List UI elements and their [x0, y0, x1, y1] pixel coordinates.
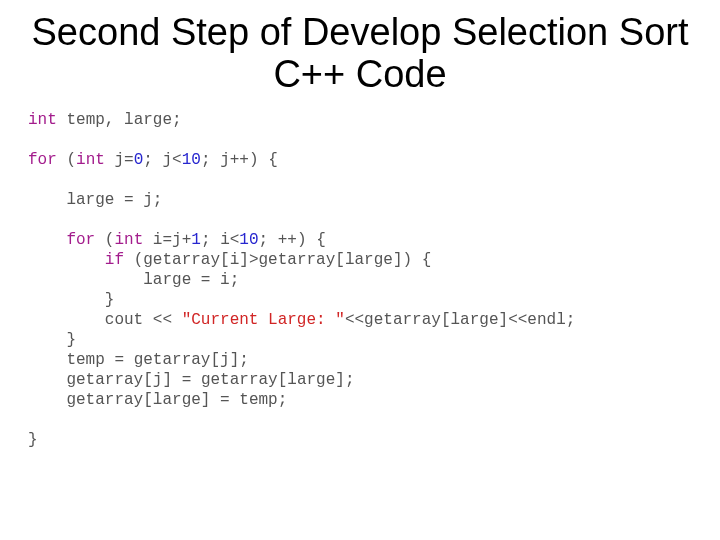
plusplus: ++	[230, 151, 249, 169]
lbracket: [	[278, 371, 288, 389]
ident-large: large	[153, 391, 201, 409]
eq: =	[162, 231, 172, 249]
kw-for: for	[66, 231, 95, 249]
kw-for: for	[28, 151, 57, 169]
lbracket: [	[143, 391, 153, 409]
lbracket: [	[441, 311, 451, 329]
ident-j: j	[153, 371, 163, 389]
line-3: for (int j=0; j<10; j++) {	[28, 151, 278, 169]
plus: +	[182, 231, 192, 249]
insert: <<	[345, 311, 364, 329]
lbracket: [	[220, 251, 230, 269]
ident-large: large	[345, 251, 393, 269]
line-15: getarray[large] = temp;	[28, 391, 287, 409]
ident-large: large	[66, 191, 114, 209]
rparen: )	[403, 251, 413, 269]
ident-getarray: getarray	[143, 251, 220, 269]
code-block: int temp, large; for (int j=0; j<10; j++…	[28, 110, 692, 450]
semicolon: ;	[172, 111, 182, 129]
slide: Second Step of Develop Selection Sort C+…	[0, 0, 720, 540]
eq: =	[220, 391, 230, 409]
str-current-large: "Current Large: "	[182, 311, 345, 329]
eq: =	[201, 271, 211, 289]
line-7: for (int i=j+1; i<10; ++) {	[28, 231, 326, 249]
eq: =	[182, 371, 192, 389]
ident-large: large	[124, 111, 172, 129]
ident-j: j	[220, 351, 230, 369]
rbracket: ]	[335, 371, 345, 389]
kw-int: int	[114, 231, 143, 249]
slide-title: Second Step of Develop Selection Sort C+…	[28, 12, 692, 96]
num-10: 10	[239, 231, 258, 249]
ident-i: i	[230, 251, 240, 269]
rbracket: ]	[162, 371, 172, 389]
insert: <<	[508, 311, 527, 329]
rbracket: ]	[239, 251, 249, 269]
lbracket: [	[210, 351, 220, 369]
lparen: (	[66, 151, 76, 169]
rbrace: }	[28, 431, 38, 449]
num-1: 1	[191, 231, 201, 249]
ident-cout: cout	[105, 311, 143, 329]
rbrace: }	[105, 291, 115, 309]
semicolon: ;	[230, 271, 240, 289]
lbrace: {	[268, 151, 278, 169]
line-5: large = j;	[28, 191, 162, 209]
rbrace: }	[66, 331, 76, 349]
rparen: )	[249, 151, 259, 169]
lbracket: [	[335, 251, 345, 269]
ident-j: j	[220, 151, 230, 169]
num-10: 10	[182, 151, 201, 169]
ident-getarray: getarray	[201, 371, 278, 389]
ident-endl: endl	[527, 311, 565, 329]
semicolon: ;	[345, 371, 355, 389]
line-11: cout << "Current Large: "<<getarray[larg…	[28, 311, 575, 329]
ident-temp: temp	[239, 391, 277, 409]
line-8: if (getarray[i]>getarray[large]) {	[28, 251, 431, 269]
semicolon: ;	[153, 191, 163, 209]
num-0: 0	[134, 151, 144, 169]
ident-getarray: getarray	[66, 371, 143, 389]
ident-large: large	[451, 311, 499, 329]
line-10: }	[28, 291, 114, 309]
line-13: temp = getarray[j];	[28, 351, 249, 369]
lbrace: {	[316, 231, 326, 249]
ident-j: j	[114, 151, 124, 169]
ident-getarray: getarray	[134, 351, 211, 369]
lparen: (	[105, 231, 115, 249]
ident-j: j	[163, 151, 173, 169]
lt: <	[230, 231, 240, 249]
lbrace: {	[422, 251, 432, 269]
ident-large: large	[143, 271, 191, 289]
ident-i: i	[220, 231, 230, 249]
line-9: large = i;	[28, 271, 239, 289]
ident-j: j	[143, 191, 153, 209]
eq: =	[124, 191, 134, 209]
ident-large: large	[287, 371, 335, 389]
eq: =	[124, 151, 134, 169]
ident-i: i	[220, 271, 230, 289]
semicolon: ;	[566, 311, 576, 329]
eq: =	[114, 351, 124, 369]
ident-getarray: getarray	[258, 251, 335, 269]
semicolon: ;	[278, 391, 288, 409]
lbracket: [	[143, 371, 153, 389]
plusplus: ++	[278, 231, 297, 249]
semicolon: ;	[259, 231, 269, 249]
semicolon: ;	[143, 151, 153, 169]
rparen: )	[297, 231, 307, 249]
lparen: (	[134, 251, 144, 269]
ident-temp: temp	[66, 351, 104, 369]
comma: ,	[105, 111, 115, 129]
rbracket: ]	[230, 351, 240, 369]
lt: <	[172, 151, 182, 169]
kw-int: int	[28, 111, 57, 129]
rbracket: ]	[201, 391, 211, 409]
ident-j: j	[172, 231, 182, 249]
semicolon: ;	[239, 351, 249, 369]
line-17: }	[28, 431, 38, 449]
kw-if: if	[105, 251, 124, 269]
insert: <<	[153, 311, 172, 329]
ident-temp: temp	[66, 111, 104, 129]
ident-getarray: getarray	[364, 311, 441, 329]
